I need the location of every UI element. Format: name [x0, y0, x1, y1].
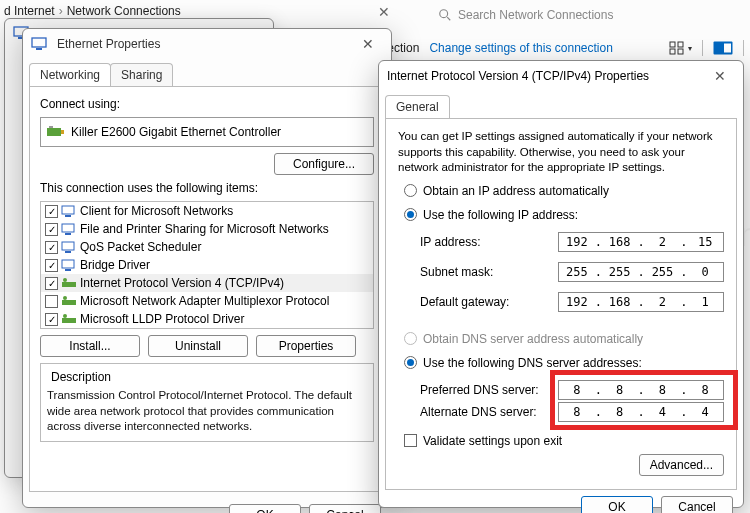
radio-auto-dns: Obtain DNS server address automatically [404, 332, 724, 346]
ip-address-input[interactable]: 192.168.2.15 [558, 232, 724, 252]
protocol-list-item[interactable]: Microsoft LLDP Protocol Driver [41, 310, 373, 328]
preview-pane-button[interactable] [713, 41, 733, 55]
svg-rect-4 [670, 49, 675, 54]
protocol-icon [61, 240, 77, 254]
radio-use-ip[interactable]: Use the following IP address: [404, 208, 724, 222]
view-mode-button[interactable]: ▾ [669, 41, 692, 55]
checkbox-icon[interactable] [45, 241, 58, 254]
checkbox-label: Validate settings upon exit [423, 434, 562, 448]
properties-button[interactable]: Properties [256, 335, 356, 357]
checkbox-icon[interactable] [45, 313, 58, 326]
protocol-list-item[interactable]: Microsoft Network Adapter Multiplexor Pr… [41, 292, 373, 310]
ip-address-field: IP address: 192.168.2.15 [420, 232, 724, 252]
protocol-icon [61, 204, 77, 218]
protocol-list-item[interactable]: Bridge Driver [41, 256, 373, 274]
svg-rect-12 [47, 128, 61, 136]
close-button[interactable]: ✕ [705, 68, 735, 84]
close-button[interactable]: ✕ [353, 36, 383, 52]
radio-use-dns[interactable]: Use the following DNS server addresses: [404, 356, 724, 370]
tab-general[interactable]: General [385, 95, 450, 118]
configure-button[interactable]: Configure... [274, 153, 374, 175]
ok-button[interactable]: OK [229, 504, 301, 513]
dialog-title: Internet Protocol Version 4 (TCP/IPv4) P… [387, 69, 705, 83]
radio-auto-ip[interactable]: Obtain an IP address automatically [404, 184, 724, 198]
tab-body-networking: Connect using: Killer E2600 Gigabit Ethe… [29, 86, 385, 492]
protocol-list-item[interactable]: Internet Protocol Version 4 (TCP/IPv4) [41, 274, 373, 292]
svg-rect-3 [678, 42, 683, 47]
uninstall-button[interactable]: Uninstall [148, 335, 248, 357]
ethernet-properties-dialog: Ethernet Properties ✕ Networking Sharing… [22, 28, 392, 508]
tab-strip: General [379, 91, 743, 118]
protocol-label: Internet Protocol Version 4 (TCP/IPv4) [80, 276, 284, 290]
protocol-buttons: Install... Uninstall Properties [40, 335, 374, 357]
install-button[interactable]: Install... [40, 335, 140, 357]
checkbox-icon [404, 434, 417, 447]
tab-networking[interactable]: Networking [29, 63, 111, 86]
protocol-list-item[interactable]: QoS Packet Scheduler [41, 238, 373, 256]
svg-line-1 [447, 17, 450, 20]
explanation-text: You can get IP settings assigned automat… [398, 129, 724, 176]
titlebar[interactable]: Internet Protocol Version 4 (TCP/IPv4) P… [379, 61, 743, 91]
radio-icon [404, 356, 417, 369]
checkbox-icon[interactable] [45, 295, 58, 308]
protocol-label: Bridge Driver [80, 258, 150, 272]
validate-checkbox[interactable]: Validate settings upon exit [404, 434, 724, 448]
ok-button[interactable]: OK [581, 496, 653, 513]
checkbox-icon[interactable] [45, 277, 58, 290]
breadcrumb-item[interactable]: Network Connections [67, 4, 181, 18]
tab-sharing[interactable]: Sharing [110, 63, 173, 86]
protocol-list-item[interactable]: Client for Microsoft Networks [41, 202, 373, 220]
default-gateway-input[interactable]: 192.168.2.1 [558, 292, 724, 312]
change-settings-link[interactable]: Change settings of this connection [429, 41, 612, 55]
protocol-label: Client for Microsoft Networks [80, 204, 233, 218]
svg-rect-15 [62, 206, 74, 214]
svg-rect-20 [65, 251, 71, 253]
field-label: Default gateway: [420, 295, 558, 309]
protocol-list[interactable]: Client for Microsoft NetworksFile and Pr… [40, 201, 374, 329]
svg-rect-19 [62, 242, 74, 250]
svg-rect-18 [65, 233, 71, 235]
svg-point-26 [63, 296, 67, 300]
svg-rect-5 [678, 49, 683, 54]
search-input[interactable]: Search Network Connections [438, 0, 738, 30]
adapter-name: Killer E2600 Gigabit Ethernet Controller [71, 125, 281, 139]
field-label: Alternate DNS server: [420, 405, 558, 419]
breadcrumb[interactable]: d Internet › Network Connections [4, 4, 181, 18]
svg-rect-17 [62, 224, 74, 232]
svg-rect-25 [62, 300, 76, 305]
subnet-mask-input[interactable]: 255.255.255.0 [558, 262, 724, 282]
adapter-box[interactable]: Killer E2600 Gigabit Ethernet Controller [40, 117, 374, 147]
chevron-down-icon: ▾ [688, 44, 692, 53]
protocol-list-item[interactable]: File and Printer Sharing for Microsoft N… [41, 220, 373, 238]
checkbox-icon[interactable] [45, 205, 58, 218]
description-title: Description [47, 370, 115, 384]
checkbox-icon[interactable] [45, 259, 58, 272]
protocol-label: File and Printer Sharing for Microsoft N… [80, 222, 329, 236]
radio-label: Obtain an IP address automatically [423, 184, 609, 198]
radio-icon [404, 184, 417, 197]
protocol-icon [61, 222, 77, 236]
radio-icon [404, 332, 417, 345]
alternate-dns-input[interactable]: 8.8.4.4 [558, 402, 724, 422]
cancel-button[interactable]: Cancel [309, 504, 381, 513]
titlebar[interactable]: Ethernet Properties ✕ [23, 29, 391, 59]
preferred-dns-input[interactable]: 8.8.8.8 [558, 380, 724, 400]
address-clear-icon[interactable]: ✕ [378, 4, 390, 20]
checkbox-icon[interactable] [45, 223, 58, 236]
svg-rect-11 [36, 48, 42, 50]
field-label: Subnet mask: [420, 265, 558, 279]
breadcrumb-item[interactable]: d Internet [4, 4, 55, 18]
advanced-button[interactable]: Advanced... [639, 454, 724, 476]
protocol-label: Microsoft Network Adapter Multiplexor Pr… [80, 294, 329, 308]
svg-point-0 [440, 10, 448, 18]
radio-label: Use the following IP address: [423, 208, 578, 222]
svg-rect-13 [49, 126, 53, 128]
svg-point-24 [63, 278, 67, 282]
radio-label: Obtain DNS server address automatically [423, 332, 643, 346]
separator [743, 40, 744, 56]
cancel-button[interactable]: Cancel [661, 496, 733, 513]
tab-body-general: You can get IP settings assigned automat… [385, 118, 737, 490]
preferred-dns-field: Preferred DNS server: 8.8.8.8 [420, 380, 724, 400]
tab-strip: Networking Sharing [23, 59, 391, 86]
description-group: Description Transmission Control Protoco… [40, 363, 374, 442]
